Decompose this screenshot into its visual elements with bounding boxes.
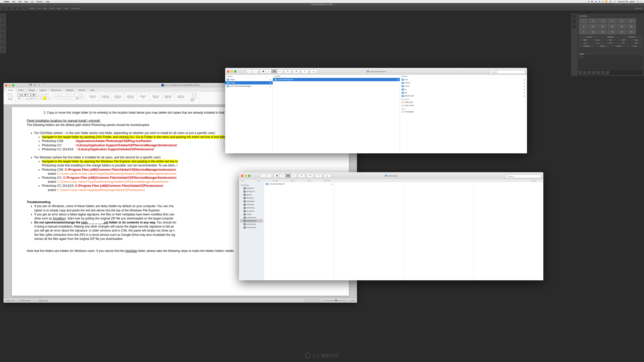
view-columns-button[interactable]: ▥ [285, 174, 291, 178]
back-button[interactable]: ‹ [260, 174, 266, 178]
back-button[interactable]: ‹ [247, 69, 252, 73]
tab-mailings[interactable]: Mailings [64, 88, 76, 92]
view-web-layout[interactable] [310, 299, 314, 302]
align-center-button[interactable]: ≡ [58, 97, 62, 100]
language[interactable]: English (US) [38, 300, 48, 301]
lum-btn[interactable]: HSL [630, 42, 642, 44]
subscript-button[interactable]: x₂ [34, 97, 38, 100]
bluetooth-icon[interactable]: ᛒ [602, 1, 603, 3]
lum-cell[interactable]: D3 [598, 29, 607, 34]
layer-group-icon[interactable] [597, 71, 600, 74]
minimize-button[interactable] [9, 84, 11, 86]
status-icon[interactable]: ⊙ [588, 1, 589, 3]
folder-item[interactable]: com.lumenzia.ext▶ [264, 182, 334, 186]
style-normal[interactable]: AaBbCcDcNormal [87, 93, 99, 101]
paste-button[interactable]: Paste [7, 93, 14, 102]
sidebar-item[interactable]: Applicati... [240, 200, 263, 203]
file-item[interactable]: help.html [400, 101, 527, 104]
feather-value[interactable]: 0 px [38, 8, 41, 9]
share-button[interactable]: ⇪ [315, 174, 322, 178]
arrange-button[interactable]: ⇅ [298, 174, 305, 178]
lum-cell[interactable]: L5 [617, 18, 626, 23]
sort-button[interactable]: ↕ [75, 93, 79, 97]
lum-cell[interactable]: L4 [608, 18, 617, 23]
lum-cell[interactable]: D6 [627, 29, 636, 34]
folder-item[interactable]: jsx▶ [400, 91, 527, 94]
sidebar-item[interactable]: All My Fil... [240, 190, 263, 193]
forward-button[interactable]: › [252, 69, 258, 73]
share-button[interactable]: ⇪ [302, 69, 308, 73]
font-family-select[interactable]: Times [17, 93, 28, 97]
menu-help[interactable]: Help [46, 1, 49, 3]
tab-layout[interactable]: Layout [37, 88, 48, 92]
borders-button[interactable]: ▢ [80, 97, 83, 100]
status-icon[interactable]: ⊕ [599, 1, 600, 3]
qat-save-icon[interactable]: 💾 [29, 84, 32, 87]
lum-btn[interactable]: Contrast [611, 45, 626, 47]
lum-btn[interactable]: Vibrance [579, 36, 599, 38]
view-gallery-button[interactable]: ▭ [277, 69, 283, 73]
layer-trash-icon[interactable] [606, 71, 609, 74]
folder-item[interactable]: CSXS▶ [400, 81, 527, 84]
clear-format-button[interactable]: Aᵃ [45, 93, 49, 97]
lum-btn[interactable]: HSL [605, 39, 617, 41]
wand-tool[interactable] [1, 31, 5, 36]
spotlight-icon[interactable]: 🔍 [637, 1, 639, 3]
bullets-button[interactable]: • [54, 93, 58, 97]
finder2-toolbar[interactable]: ‹› ▦ ≡ ▥ ▭ ⇅ ⚙ ⇪ ● extensions [239, 172, 543, 179]
lum-cell[interactable]: D4 [608, 29, 617, 34]
indent-inc-button[interactable]: ⇥ [71, 93, 75, 97]
zoom-out-button[interactable]: − [321, 300, 322, 301]
word-count[interactable]: 2 of 2558 Words [18, 300, 30, 301]
lasso-tool[interactable] [1, 26, 5, 30]
justify-button[interactable]: ≡ [67, 97, 70, 100]
folder-item[interactable]: ZXP-ExtensionManager▶ [225, 84, 273, 88]
lum-cell[interactable]: D [579, 29, 588, 34]
lum-btn[interactable]: Dodge [595, 45, 610, 47]
sidebar-item[interactable]: gbenz [240, 193, 263, 196]
lum-cell[interactable]: M2 [589, 24, 598, 29]
zoom-in-button[interactable]: + [348, 300, 349, 301]
lum-cell[interactable]: MR [627, 24, 636, 29]
view-print-layout[interactable] [305, 299, 309, 302]
lum-cell[interactable]: D5 [617, 29, 626, 34]
lum-btn[interactable]: Vib [617, 42, 629, 44]
folder-item[interactable]: META-INF▶ [400, 94, 527, 98]
highlight-button[interactable]: A [43, 97, 47, 100]
sidebar-item[interactable]: Macinto... [240, 187, 263, 190]
folder-item[interactable]: Flash▶ [225, 78, 273, 81]
lum-cell[interactable]: L6 [627, 18, 636, 23]
sidebar-item[interactable]: extensions [240, 222, 263, 226]
finder1-search-input[interactable] [490, 70, 525, 74]
tags-button[interactable]: ● [310, 69, 317, 73]
view-icons-button[interactable]: ▦ [274, 174, 280, 178]
panel-icon[interactable] [572, 20, 576, 24]
zoom-button[interactable] [234, 70, 236, 73]
style-no-spacing[interactable]: AaBbCcDcNo Spacing [99, 93, 112, 101]
underline-button[interactable]: U [26, 97, 29, 100]
move-tool[interactable] [1, 15, 5, 19]
sidebar-item[interactable]: Temp [240, 213, 263, 216]
folder-item[interactable]: com.lumenzia.ext▶ [273, 78, 400, 81]
brush-tool[interactable] [1, 48, 5, 52]
spell-icon[interactable]: ✓ [33, 300, 35, 302]
minimize-button[interactable] [245, 175, 247, 177]
qat-print-icon[interactable]: 🖨 [34, 84, 37, 87]
menu-window[interactable]: Window [36, 1, 43, 3]
show-marks-button[interactable]: ¶ [80, 93, 83, 97]
tab-design[interactable]: Design [26, 88, 37, 92]
view-outline[interactable] [316, 299, 320, 302]
selection-add[interactable] [13, 7, 16, 10]
file-item[interactable]: mimetype [400, 110, 527, 113]
lum-btn[interactable]: Selective [600, 36, 621, 38]
indent-dec-button[interactable]: ⇤ [67, 93, 70, 97]
shading-button[interactable]: ▦ [75, 97, 79, 100]
tab-view[interactable]: View [88, 88, 97, 92]
layer-adj-icon[interactable] [592, 71, 596, 74]
view-gallery-button[interactable]: ▭ [291, 174, 296, 178]
crop-tool[interactable] [1, 37, 5, 41]
lum-cell[interactable]: L3 [598, 18, 607, 23]
eyedropper-tool[interactable] [1, 42, 5, 47]
styles-pane-button[interactable]: Styles Pane [190, 93, 198, 102]
numbering-button[interactable]: 1. [58, 93, 62, 97]
